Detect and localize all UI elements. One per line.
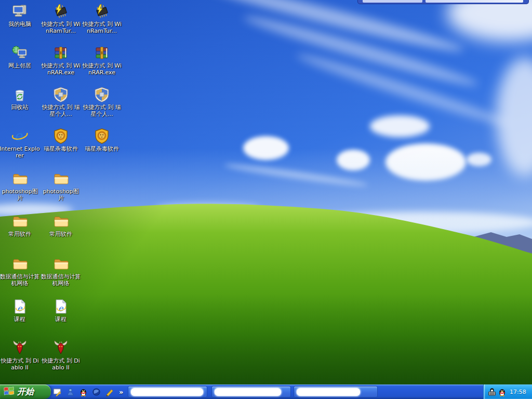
- quick-launch-overflow-chevron[interactable]: »: [118, 388, 123, 396]
- desktop-icon-shield[interactable]: 快捷方式 到 瑞星个人...: [82, 86, 122, 117]
- my-computer-icon: [11, 3, 28, 20]
- desktop-icon-grid: 我的电脑快捷方式 到 WinRamTur...快捷方式 到 WinRamTur.…: [0, 0, 532, 384]
- folder-icon: [52, 256, 69, 272]
- desktop-icon-label: photoshop图片: [0, 188, 40, 202]
- taskbar[interactable]: 开始 » 17:58: [0, 384, 532, 399]
- desktop-icon-label: 常用软件: [0, 231, 40, 237]
- tray-qq-icon[interactable]: [498, 388, 506, 396]
- network-icon: [11, 45, 28, 61]
- folder-icon: [52, 170, 69, 187]
- ie-icon: e: [11, 128, 28, 144]
- desktop-icon-label: 我的电脑: [0, 21, 40, 28]
- ie-doc-icon: e: [11, 298, 28, 315]
- desktop-icon-label: 快捷方式 到 WinRamTur...: [82, 21, 122, 34]
- taskbar-window-button-2[interactable]: [211, 386, 291, 397]
- quicklaunch-browser-globe-icon[interactable]: [92, 388, 101, 396]
- desktop-icon-label: 瑞星杀毒软件: [82, 145, 122, 152]
- desktop-icon-ie-doc[interactable]: e课程: [0, 298, 40, 323]
- desktop-icon-label: 快捷方式 到 瑞星个人...: [82, 104, 122, 117]
- illegible-button-label: [215, 388, 281, 396]
- desktop-icon-winrar[interactable]: 快捷方式 到 WinRAR.exe: [82, 45, 122, 76]
- desktop-icon-label: 瑞星杀毒软件: [41, 145, 81, 152]
- winrar-icon: [52, 45, 69, 61]
- desktop-icon-label: 快捷方式 到 Diablo II: [0, 357, 40, 371]
- windows-logo-icon: [4, 386, 15, 398]
- quicklaunch-show-desktop-icon[interactable]: [53, 388, 62, 396]
- diablo-icon: [52, 340, 69, 356]
- desktop-icon-chip[interactable]: 快捷方式 到 WinRamTur...: [41, 3, 81, 34]
- svg-text:e: e: [58, 303, 64, 313]
- chip-icon: [94, 3, 110, 20]
- desktop-icon-shield[interactable]: 快捷方式 到 瑞星个人...: [41, 86, 81, 117]
- desktop-icon-diablo[interactable]: 快捷方式 到 Diablo II: [0, 340, 40, 371]
- desktop-icon-recycle[interactable]: 回收站: [0, 86, 40, 111]
- shield-icon: [94, 86, 110, 103]
- desktop-icon-label: 网上邻居: [0, 62, 40, 69]
- quicklaunch-messenger-icon[interactable]: [66, 388, 75, 396]
- desktop-icon-label: 快捷方式 到 瑞星个人...: [41, 104, 81, 117]
- desktop-icon-folder[interactable]: photoshop图片: [41, 170, 81, 202]
- desktop-icon-my-computer[interactable]: 我的电脑: [0, 3, 40, 28]
- illegible-button-label: [131, 388, 203, 396]
- desktop-icon-label: 回收站: [0, 104, 40, 111]
- start-button[interactable]: 开始: [0, 384, 51, 399]
- desktop-icon-ie[interactable]: eInternet Explorer: [0, 128, 40, 159]
- desktop-icon-lion[interactable]: 瑞星杀毒软件: [82, 128, 122, 152]
- lion-icon: [52, 128, 69, 144]
- folder-icon: [11, 256, 28, 272]
- taskbar-window-button-1[interactable]: [128, 386, 207, 397]
- desktop-icon-label: 课程: [41, 316, 81, 323]
- recycle-icon: [11, 86, 28, 103]
- tray-clock[interactable]: 17:58: [510, 389, 526, 395]
- desktop-icon-label: 数据通信与计算机网络: [41, 273, 81, 287]
- xp-desktop-screen: 我的电脑快捷方式 到 WinRamTur...快捷方式 到 WinRamTur.…: [0, 0, 532, 399]
- desktop-icon-folder[interactable]: 常用软件: [41, 213, 81, 237]
- lion-icon: [94, 128, 110, 144]
- diablo-icon: [11, 340, 28, 356]
- desktop[interactable]: 我的电脑快捷方式 到 WinRamTur...快捷方式 到 WinRamTur.…: [0, 0, 532, 384]
- desktop-icon-chip[interactable]: 快捷方式 到 WinRamTur...: [82, 3, 122, 34]
- tray-qq-news-icon[interactable]: [488, 388, 496, 396]
- quicklaunch-gold-pen-icon[interactable]: [105, 388, 114, 396]
- illegible-button-label: [297, 388, 360, 396]
- desktop-icon-label: photoshop图片: [41, 188, 81, 202]
- desktop-icon-label: 数据通信与计算机网络: [0, 273, 40, 287]
- taskbar-window-button-3[interactable]: [294, 386, 378, 397]
- desktop-icon-label: Internet Explorer: [0, 145, 40, 159]
- desktop-icon-label: 快捷方式 到 Diablo II: [41, 357, 81, 371]
- start-button-label: 开始: [17, 387, 37, 397]
- desktop-icon-folder[interactable]: 数据通信与计算机网络: [0, 256, 40, 287]
- desktop-icon-network[interactable]: 网上邻居: [0, 45, 40, 69]
- svg-text:e: e: [17, 303, 23, 313]
- chip-icon: [52, 3, 69, 20]
- system-tray: 17:58: [483, 384, 532, 399]
- ie-doc-icon: e: [52, 298, 69, 315]
- winrar-icon: [94, 45, 110, 61]
- folder-icon: [11, 213, 28, 230]
- desktop-icon-lion[interactable]: 瑞星杀毒软件: [41, 128, 81, 152]
- desktop-icon-label: 课程: [0, 316, 40, 323]
- folder-icon: [52, 213, 69, 230]
- desktop-icon-label: 快捷方式 到 WinRamTur...: [41, 21, 81, 34]
- desktop-icon-label: 快捷方式 到 WinRAR.exe: [82, 62, 122, 76]
- quicklaunch-qq-icon[interactable]: [79, 388, 88, 396]
- desktop-icon-label: 常用软件: [41, 231, 81, 237]
- folder-icon: [11, 170, 28, 187]
- desktop-icon-diablo[interactable]: 快捷方式 到 Diablo II: [41, 340, 81, 371]
- desktop-icon-folder[interactable]: photoshop图片: [0, 170, 40, 202]
- desktop-icon-label: 快捷方式 到 WinRAR.exe: [41, 62, 81, 76]
- desktop-icon-folder[interactable]: 常用软件: [0, 213, 40, 237]
- svg-text:e: e: [14, 128, 23, 144]
- desktop-icon-ie-doc[interactable]: e课程: [41, 298, 81, 323]
- desktop-icon-winrar[interactable]: 快捷方式 到 WinRAR.exe: [41, 45, 81, 76]
- shield-icon: [52, 86, 69, 103]
- desktop-icon-folder[interactable]: 数据通信与计算机网络: [41, 256, 81, 287]
- quick-launch: »: [53, 384, 123, 399]
